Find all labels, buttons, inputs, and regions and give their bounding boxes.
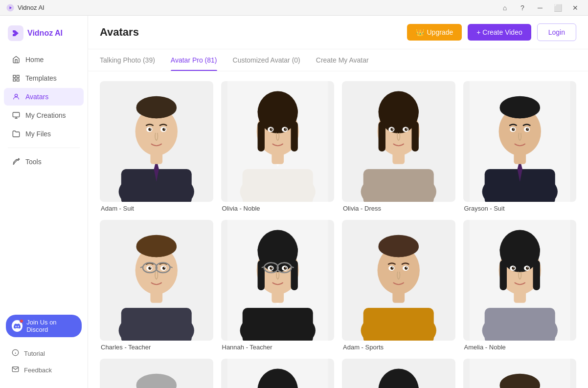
sidebar-item-files-label: My Files <box>25 130 51 138</box>
svg-rect-76 <box>121 308 192 341</box>
tabs-bar: Talking Photo (39) Avatar Pro (81) Custo… <box>88 49 588 71</box>
svg-point-56 <box>379 99 419 124</box>
avatar-card[interactable]: Mason - Suit <box>100 359 213 388</box>
svg-point-108 <box>271 267 272 268</box>
svg-point-124 <box>390 267 393 270</box>
avatar-card[interactable]: Amelia - Noble <box>463 220 577 351</box>
avatar-image <box>100 359 213 388</box>
svg-point-142 <box>527 267 528 268</box>
avatar-card[interactable]: Charles - Teacher <box>100 220 213 351</box>
avatar-card[interactable]: Olivia - Noble <box>221 81 335 212</box>
svg-rect-136 <box>533 260 540 290</box>
titlebar-maximize-btn[interactable]: ⬜ <box>551 3 565 13</box>
svg-point-21 <box>162 128 165 131</box>
sidebar-item-feedback[interactable]: Feedback <box>0 362 88 378</box>
avatar-card[interactable]: Adam - Sports <box>342 220 455 351</box>
sidebar-item-home[interactable]: Home <box>4 51 84 68</box>
create-video-button[interactable]: + Create Video <box>468 24 531 41</box>
svg-point-73 <box>499 98 540 118</box>
avatar-image <box>100 81 213 202</box>
sidebar-bottom: Tutorial Feedback <box>0 341 88 382</box>
sidebar-item-templates[interactable]: Templates <box>4 69 84 87</box>
titlebar-home-btn[interactable]: ⌂ <box>498 3 512 13</box>
sidebar-item-my-files[interactable]: My Files <box>4 125 84 143</box>
svg-rect-102 <box>257 260 264 290</box>
svg-point-125 <box>405 267 407 270</box>
svg-point-41 <box>257 99 297 124</box>
svg-rect-103 <box>291 260 297 290</box>
svg-point-139 <box>512 267 515 270</box>
svg-point-106 <box>270 267 272 270</box>
svg-point-69 <box>512 128 515 131</box>
avatar-name: Charles - Teacher <box>100 344 213 351</box>
sidebar-item-tools[interactable]: Tools <box>4 153 84 171</box>
avatar-card[interactable]: Amelia - Office <box>221 359 335 388</box>
svg-rect-6 <box>13 112 19 117</box>
avatar-card[interactable]: Olivia - Dress <box>342 81 455 212</box>
sidebar-item-my-creations[interactable]: My Creations <box>4 107 84 124</box>
sidebar-item-creations-label: My Creations <box>25 111 66 119</box>
main-header: Avatars 👑 Upgrade + Create Video Login <box>88 16 588 49</box>
tab-avatar-pro[interactable]: Avatar Pro (81) <box>171 49 217 71</box>
svg-point-40 <box>285 129 286 129</box>
avatar-card[interactable]: Adam - Suit <box>100 81 213 212</box>
avatar-card[interactable]: Harper - Host <box>342 359 455 388</box>
svg-point-115 <box>257 237 297 262</box>
avatar-name: Olivia - Noble <box>221 205 335 212</box>
svg-point-85 <box>162 267 165 270</box>
discord-join-button[interactable]: Join Us on Discord <box>6 315 82 337</box>
svg-point-87 <box>164 267 165 268</box>
discord-notification-dot <box>20 319 23 323</box>
avatar-grid-container[interactable]: Adam - Suit <box>88 71 588 388</box>
svg-point-72 <box>527 129 528 129</box>
tab-talking-photo[interactable]: Talking Photo (39) <box>100 49 155 71</box>
svg-point-86 <box>150 267 151 268</box>
templates-icon <box>12 74 21 83</box>
tab-create-my-avatar[interactable]: Create My Avatar <box>316 49 369 71</box>
sidebar-item-tutorial[interactable]: Tutorial <box>0 345 88 362</box>
brand-name: Vidnoz AI <box>27 29 63 38</box>
app-layout: Vidnoz AI Home Templates <box>0 16 588 388</box>
avatar-card[interactable]: Adam - Vlogger <box>463 359 577 388</box>
login-button[interactable]: Login <box>537 23 576 41</box>
avatar-name: Hannah - Teacher <box>221 344 335 351</box>
sidebar-item-templates-label: Templates <box>25 74 57 82</box>
tab-customized-avatar[interactable]: Customized Avatar (0) <box>233 49 300 71</box>
sidebar-nav: Home Templates Avatars <box>0 51 88 311</box>
avatar-image <box>463 359 577 388</box>
svg-point-23 <box>164 129 165 129</box>
avatar-card[interactable]: Grayson - Suit <box>463 81 577 212</box>
svg-point-24 <box>136 98 177 118</box>
svg-rect-48 <box>379 121 385 151</box>
svg-point-54 <box>392 129 393 129</box>
sidebar-item-avatars-label: Avatars <box>25 93 48 101</box>
svg-rect-49 <box>411 121 418 151</box>
svg-rect-1 <box>13 75 16 78</box>
svg-rect-135 <box>499 260 506 290</box>
sidebar-item-avatars[interactable]: Avatars <box>4 88 84 106</box>
svg-point-38 <box>284 128 287 131</box>
avatar-name: Olivia - Dress <box>342 205 455 212</box>
svg-rect-34 <box>291 121 297 151</box>
titlebar-close-btn[interactable]: ✕ <box>568 3 582 13</box>
titlebar-minimize-btn[interactable]: ─ <box>533 3 547 13</box>
avatar-grid: Adam - Suit <box>100 81 576 388</box>
feedback-icon <box>12 366 19 374</box>
avatar-image <box>100 220 213 341</box>
feedback-label: Feedback <box>24 366 52 374</box>
home-icon <box>12 55 21 64</box>
svg-point-107 <box>284 267 287 270</box>
svg-point-55 <box>406 129 407 129</box>
tutorial-label: Tutorial <box>24 350 45 357</box>
sidebar-item-tools-label: Tools <box>25 158 42 166</box>
discord-icon <box>12 320 23 332</box>
upgrade-button[interactable]: 👑 Upgrade <box>407 24 462 41</box>
titlebar-controls: ⌂ ? ─ ⬜ ✕ <box>498 3 582 13</box>
svg-rect-4 <box>17 79 19 81</box>
avatar-card[interactable]: Hannah - Teacher <box>221 220 335 351</box>
avatar-name: Grayson - Suit <box>463 205 577 212</box>
titlebar-help-btn[interactable]: ? <box>516 3 529 13</box>
tools-icon <box>12 157 21 166</box>
svg-rect-96 <box>242 308 313 341</box>
titlebar-logo-icon <box>6 3 15 12</box>
